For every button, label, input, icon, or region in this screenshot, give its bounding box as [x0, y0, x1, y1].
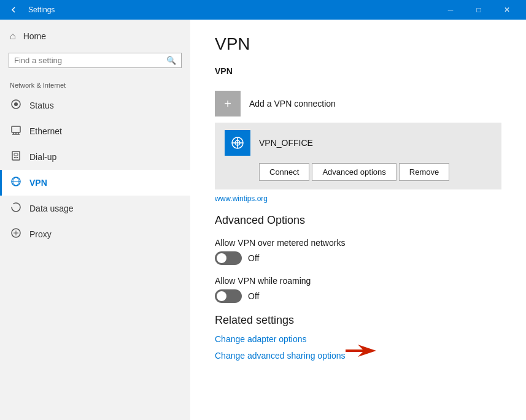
- sidebar-item-status[interactable]: Status: [0, 93, 190, 118]
- sidebar-item-ethernet[interactable]: Ethernet: [0, 118, 190, 144]
- minimize-button[interactable]: ─: [436, 0, 465, 20]
- main-layout: ⌂ Home 🔍 Network & Internet Status: [0, 20, 526, 420]
- toggle-1-switch[interactable]: [215, 251, 242, 265]
- sidebar-item-proxy-label: Proxy: [29, 229, 52, 239]
- svg-point-10: [15, 157, 17, 158]
- window-controls: ─ □ ✕: [436, 0, 521, 20]
- toggle-1-state: Off: [248, 253, 259, 263]
- svg-point-9: [14, 157, 15, 158]
- content-area: VPN VPN + Add a VPN connection VP: [190, 20, 526, 420]
- add-vpn-row[interactable]: + Add a VPN connection: [215, 85, 501, 123]
- svg-point-14: [12, 203, 20, 212]
- watermark: www.wintips.org: [215, 194, 501, 203]
- toggle-2-state: Off: [248, 291, 259, 301]
- vpn-section-title: VPN: [215, 66, 501, 76]
- sidebar: ⌂ Home 🔍 Network & Internet Status: [0, 20, 190, 420]
- toggle-1-control: Off: [215, 251, 501, 265]
- svg-point-11: [17, 157, 18, 158]
- home-label: Home: [23, 31, 46, 41]
- svg-rect-8: [14, 153, 18, 156]
- toggle-row-2: Allow VPN while roaming Off: [215, 276, 501, 303]
- toggle-2-label: Allow VPN while roaming: [215, 276, 501, 286]
- sidebar-item-home[interactable]: ⌂ Home: [0, 25, 190, 48]
- change-sharing-options-link[interactable]: Change advanced sharing options: [215, 351, 346, 361]
- vpn-entry: VPN_OFFICE Connect Advanced options Remo…: [215, 123, 501, 189]
- page-title: VPN: [215, 34, 501, 54]
- vpn-entry-icon: [230, 136, 245, 150]
- close-button[interactable]: ✕: [493, 0, 521, 20]
- plus-icon: +: [224, 97, 231, 110]
- vpn-sidebar-icon: [10, 176, 22, 189]
- search-box[interactable]: 🔍: [9, 53, 182, 68]
- vpn-entry-top: VPN_OFFICE: [225, 130, 492, 163]
- sidebar-item-vpn-label: VPN: [29, 178, 47, 188]
- sidebar-item-datausage-label: Data usage: [29, 204, 74, 213]
- datausage-icon: [10, 202, 22, 215]
- proxy-icon: [10, 227, 22, 241]
- sidebar-item-dialup-label: Dial-up: [29, 152, 56, 162]
- related-settings-title: Related settings: [215, 314, 501, 327]
- sidebar-section-label: Network & Internet: [0, 77, 190, 93]
- title-bar: Settings ─ □ ✕: [0, 0, 526, 20]
- connect-button[interactable]: Connect: [259, 163, 309, 181]
- status-icon: [10, 99, 22, 112]
- toggle-1-label: Allow VPN over metered networks: [215, 238, 501, 248]
- ethernet-icon: [10, 124, 22, 138]
- vpn-entry-icon-box: [225, 130, 250, 156]
- search-icon: 🔍: [166, 56, 176, 65]
- search-input[interactable]: [14, 56, 163, 65]
- remove-button[interactable]: Remove: [399, 163, 449, 181]
- sidebar-item-proxy[interactable]: Proxy: [0, 221, 190, 247]
- maximize-button[interactable]: □: [465, 0, 493, 20]
- sidebar-item-ethernet-label: Ethernet: [29, 126, 62, 136]
- home-icon: ⌂: [10, 31, 16, 42]
- toggle-row-1: Allow VPN over metered networks Off: [215, 238, 501, 265]
- add-vpn-label: Add a VPN connection: [249, 99, 336, 109]
- svg-marker-22: [346, 345, 376, 357]
- back-button[interactable]: [5, 1, 22, 18]
- sidebar-item-dialup[interactable]: Dial-up: [0, 144, 190, 170]
- sidebar-item-datausage[interactable]: Data usage: [0, 196, 190, 221]
- advanced-options-title: Advanced Options: [215, 214, 501, 227]
- add-vpn-icon-box: +: [215, 91, 241, 116]
- toggle-2-control: Off: [215, 289, 501, 303]
- window-title: Settings: [28, 6, 436, 14]
- red-arrow-annotation: [346, 342, 379, 360]
- vpn-entry-name: VPN_OFFICE: [259, 138, 313, 148]
- svg-point-1: [14, 102, 18, 106]
- toggle-2-switch[interactable]: [215, 289, 242, 303]
- vpn-buttons: Connect Advanced options Remove: [225, 163, 492, 189]
- sidebar-item-status-label: Status: [29, 101, 54, 110]
- svg-rect-2: [12, 126, 20, 132]
- dialup-icon: [10, 150, 22, 164]
- sidebar-item-vpn[interactable]: VPN: [0, 170, 190, 196]
- advanced-options-button[interactable]: Advanced options: [312, 163, 396, 181]
